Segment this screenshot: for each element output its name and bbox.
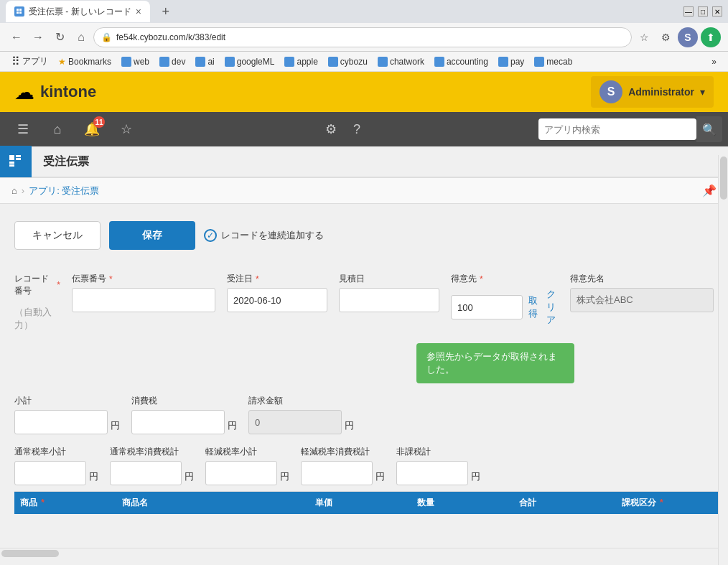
non-tax-wrap: 円 xyxy=(396,461,480,485)
order-date-label: 受注日 * xyxy=(227,273,327,285)
continuous-add-label: レコードを連続追加する xyxy=(221,229,324,242)
bookmark-mecab-label: mecab xyxy=(546,57,572,67)
nav-bar: ← → ↻ ⌂ 🔒 fe54k.cybozu.com/k/383/edit ☆ … xyxy=(0,23,728,52)
save-button[interactable]: 保存 xyxy=(109,221,195,250)
settings-button[interactable]: ⚙ xyxy=(656,28,675,47)
search-submit-button[interactable]: 🔍 xyxy=(696,116,722,142)
kintone-logo: ☁ kintone xyxy=(14,80,96,104)
bookmark-dev[interactable]: dev xyxy=(155,55,190,68)
estimate-date-label: 見積日 xyxy=(339,273,439,285)
reduced-tax-input[interactable] xyxy=(301,461,373,485)
app-title-bar: 受注伝票 xyxy=(0,146,728,178)
standard-tax-wrap: 円 xyxy=(110,461,194,485)
search-input-wrap[interactable] xyxy=(538,118,696,140)
profile-avatar[interactable]: S xyxy=(678,27,698,47)
bookmark-ai[interactable]: ai xyxy=(191,55,218,68)
form-row-1: レコード番号 * （自動入力） 伝票番号 * xyxy=(14,273,714,337)
bookmark-googleml[interactable]: googleML xyxy=(220,55,279,68)
breadcrumb-home-icon[interactable]: ⌂ xyxy=(11,185,17,196)
notification-area[interactable]: 🔔 11 xyxy=(80,118,103,141)
tax-input-wrap: 円 xyxy=(131,410,237,434)
standard-tax-label: 通常税率消費税計 xyxy=(110,446,194,458)
scrollbar-thumb[interactable] xyxy=(720,157,727,200)
tab-close-button[interactable]: × xyxy=(136,6,141,17)
scrollbar[interactable] xyxy=(718,155,728,565)
standard-subtotal-input[interactable] xyxy=(14,461,86,485)
bookmark-chatwork[interactable]: chatwork xyxy=(373,55,429,68)
help-button[interactable]: ? xyxy=(345,118,368,141)
invoice-number-input[interactable] xyxy=(72,288,215,312)
bottom-scrollbar[interactable] xyxy=(0,548,718,558)
folder-icon xyxy=(534,57,544,67)
close-button[interactable]: ✕ xyxy=(712,6,722,17)
reduced-subtotal-wrap: 円 xyxy=(205,461,289,485)
forward-button[interactable]: → xyxy=(29,28,47,47)
th-product: 商品 * xyxy=(14,497,116,509)
breadcrumb-app-link[interactable]: アプリ: 受注伝票 xyxy=(29,185,99,197)
folder-icon xyxy=(195,57,205,67)
browser-tab[interactable]: 受注伝票 - 新しいレコード × xyxy=(6,1,150,22)
invoice-amount-wrap: 円 xyxy=(248,410,354,434)
bookmark-apple[interactable]: apple xyxy=(280,55,322,68)
back-button[interactable]: ← xyxy=(7,28,26,47)
clear-customer-button[interactable]: クリア xyxy=(543,288,559,327)
refresh-button[interactable]: ↻ xyxy=(50,28,69,47)
bookmark-pay[interactable]: pay xyxy=(494,55,528,68)
bookmark-chatwork-label: chatwork xyxy=(390,57,424,67)
folder-icon xyxy=(328,57,338,67)
minimize-button[interactable]: — xyxy=(683,6,694,17)
reduced-subtotal-field: 軽減税率小計 円 xyxy=(205,446,289,485)
required-indicator: * xyxy=(480,274,483,284)
settings-icon-button[interactable]: ⚙ xyxy=(319,118,342,141)
red-tax-yen: 円 xyxy=(375,463,385,483)
chrome-menu-button[interactable]: ⬆ xyxy=(701,27,721,47)
title-bar: 受注伝票 - 新しいレコード × + — □ ✕ xyxy=(0,0,728,23)
bookmark-accounting[interactable]: accounting xyxy=(430,55,493,68)
standard-tax-input[interactable] xyxy=(110,461,182,485)
customer-code-input[interactable] xyxy=(451,295,523,319)
cancel-button[interactable]: キャンセル xyxy=(14,221,101,250)
subtotal-input[interactable] xyxy=(14,410,108,434)
svg-rect-4 xyxy=(19,11,22,14)
bookmark-apps-label: アプリ xyxy=(22,55,48,67)
checkbox-icon: ✓ xyxy=(204,229,217,242)
bookmark-star-button[interactable]: ☆ xyxy=(635,28,653,47)
breadcrumb-bar: ⌂ › アプリ: 受注伝票 📌 xyxy=(0,178,728,204)
folder-icon xyxy=(121,57,131,67)
continuous-add-checkbox-label[interactable]: ✓ レコードを連続追加する xyxy=(204,229,324,242)
order-date-input[interactable] xyxy=(227,288,327,312)
reduced-tax-field: 軽減税率消費税計 円 xyxy=(301,446,385,485)
user-menu[interactable]: S Administrator ▾ xyxy=(591,76,714,108)
folder-icon xyxy=(378,57,388,67)
reduced-subtotal-input[interactable] xyxy=(205,461,277,485)
menu-button[interactable]: ☰ xyxy=(11,118,34,141)
bottom-scrollbar-thumb[interactable] xyxy=(1,550,59,557)
home-toolbar-button[interactable]: ⌂ xyxy=(46,118,69,141)
svg-rect-3 xyxy=(17,11,19,14)
bookmark-mecab[interactable]: mecab xyxy=(530,55,577,68)
non-tax-label: 非課税計 xyxy=(396,446,480,458)
home-button[interactable]: ⌂ xyxy=(72,28,90,47)
svg-rect-5 xyxy=(9,155,14,160)
estimate-date-input[interactable] xyxy=(339,288,439,312)
bookmark-cybozu[interactable]: cybozu xyxy=(324,55,372,68)
more-bookmarks-button[interactable]: » xyxy=(707,55,721,68)
get-customer-button[interactable]: 取得 xyxy=(526,294,541,320)
new-tab-button[interactable]: + xyxy=(156,1,176,22)
svg-rect-2 xyxy=(19,9,22,11)
bookmark-apps[interactable]: ⠿ アプリ xyxy=(7,53,52,70)
address-bar[interactable]: 🔒 fe54k.cybozu.com/k/383/edit xyxy=(93,27,632,47)
bookmark-web[interactable]: web xyxy=(117,55,154,68)
non-tax-input[interactable] xyxy=(396,461,468,485)
maximize-button[interactable]: □ xyxy=(698,6,708,17)
pin-icon[interactable]: 📌 xyxy=(702,184,717,197)
tax-input[interactable] xyxy=(131,410,225,434)
record-number-auto: （自動入力） xyxy=(14,300,60,337)
folder-icon xyxy=(434,57,444,67)
invoice-amount-input xyxy=(248,410,342,434)
bookmark-bookmarks[interactable]: ★ Bookmarks xyxy=(54,55,116,68)
search-input[interactable] xyxy=(544,124,691,135)
favorites-button[interactable]: ☆ xyxy=(115,118,138,141)
success-popup: 参照先からデータが取得されました。 xyxy=(416,343,574,383)
th-unit-price: 単価 xyxy=(309,497,411,509)
